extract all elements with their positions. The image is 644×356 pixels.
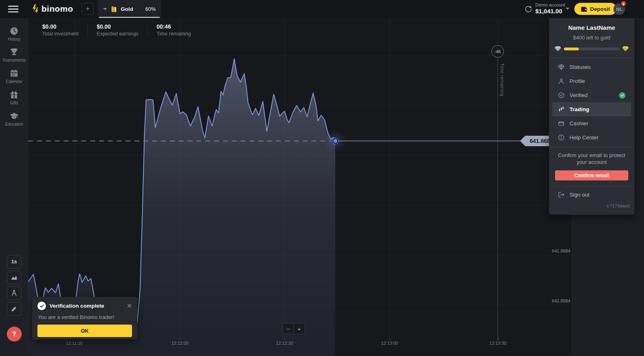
stat-total-investment: $0.00 Total investment <box>42 23 88 37</box>
add-asset-tab-button[interactable]: + <box>82 3 94 15</box>
menu-item-label: Cashier <box>570 120 588 126</box>
sign-out-button[interactable]: Sign out <box>549 186 634 203</box>
menu-item-verified[interactable]: Verified <box>549 88 634 102</box>
x-tick-mark <box>180 337 180 340</box>
indicators-button[interactable] <box>7 286 21 300</box>
sidebar-item-label: Education <box>5 122 23 126</box>
y-gridline <box>28 155 572 155</box>
active-tab-underline <box>99 17 160 18</box>
y-gridline <box>28 255 572 255</box>
area-chart-icon <box>10 273 18 281</box>
stat-value: 00:46 <box>157 23 191 30</box>
x-tick-label: 12:12:30 <box>276 341 293 346</box>
x-gridline <box>285 18 285 340</box>
account-chevron-down-icon[interactable] <box>566 8 570 10</box>
menu-hamburger-icon[interactable] <box>8 6 19 12</box>
verification-toast: Verification complete ✕ You are a verifi… <box>32 297 137 339</box>
confirm-email-button[interactable]: Confirm email <box>555 170 628 180</box>
menu-item-profile[interactable]: Profile <box>549 74 634 88</box>
left-sidebar: History Tournaments Calendar Gifts Educa… <box>0 18 28 356</box>
silver-gem-icon <box>555 46 561 52</box>
cashier-wallet-icon <box>558 120 565 127</box>
menu-item-trading[interactable]: Trading <box>552 102 631 116</box>
sidebar-item-label: Tournaments <box>2 58 26 62</box>
education-cap-icon <box>9 111 19 121</box>
toast-ok-button[interactable]: OK <box>37 325 132 337</box>
chevron-down-icon[interactable] <box>103 8 107 10</box>
menu-item-label: Profile <box>570 78 585 84</box>
deposit-label: Deposit <box>590 6 610 12</box>
sidebar-item-calendar[interactable]: Calendar <box>0 68 28 84</box>
confirm-email-text: Confirm your email to protect your accou… <box>555 152 628 166</box>
current-price-marker <box>332 138 338 144</box>
sign-out-icon <box>558 191 565 198</box>
person-icon <box>558 78 565 85</box>
account-switcher[interactable]: Demo account $1,041.00 <box>535 2 565 14</box>
sidebar-item-label: Gifts <box>10 101 19 105</box>
avatar-initials: NL <box>616 7 622 12</box>
chart-zoom-controls: − + <box>283 323 305 334</box>
check-circle-icon <box>558 92 565 99</box>
timeframe-button[interactable]: 1s <box>7 255 21 269</box>
stat-label: Expected earnings <box>97 31 138 37</box>
refresh-icon[interactable] <box>524 5 532 14</box>
time-remaining-badge-text: :46 <box>495 49 501 54</box>
help-button[interactable]: ? <box>7 327 22 342</box>
y-gridline <box>28 55 572 56</box>
zoom-in-button[interactable]: + <box>294 323 305 334</box>
x-tick-label: 12:11:30 <box>66 341 83 346</box>
menu-item-label: Statuses <box>570 64 591 70</box>
sidebar-item-label: Calendar <box>6 79 23 84</box>
sidebar-item-education[interactable]: Education <box>0 111 28 126</box>
menu-item-statuses[interactable]: Statuses <box>549 60 634 74</box>
chart-type-button[interactable] <box>7 271 21 284</box>
stat-value: $0.00 <box>42 23 78 30</box>
app-window: 12:11:3012:12:0012:12:3012:13:0012:13:30… <box>0 0 644 356</box>
x-tick-label: 12:12:00 <box>171 341 189 346</box>
menu-item-cashier[interactable]: Cashier <box>549 116 634 130</box>
gold-asset-icon <box>110 6 118 13</box>
x-gridline <box>390 18 390 340</box>
notification-count-badge: 1 <box>620 0 627 7</box>
y-gridline <box>28 105 572 106</box>
sign-out-label: Sign out <box>570 192 590 198</box>
sidebar-item-tournaments[interactable]: Tournaments <box>0 47 28 62</box>
calendar-icon <box>9 68 19 78</box>
binomo-bolt-icon <box>31 4 39 14</box>
deposit-button[interactable]: Deposit <box>574 3 617 15</box>
x-tick-label: 12:13:00 <box>381 341 398 346</box>
zoom-out-button[interactable]: − <box>283 323 294 334</box>
gift-icon <box>9 90 19 99</box>
current-price-dashed-line <box>28 141 331 141</box>
drawing-button[interactable] <box>7 302 21 316</box>
user-name: Name LastName <box>549 24 634 31</box>
sidebar-item-history[interactable]: History <box>0 26 28 41</box>
stat-expected-earnings: $0.00 Expected earnings <box>97 23 148 37</box>
time-remaining-axis-label: Time remaining <box>500 63 505 96</box>
close-icon[interactable]: ✕ <box>127 303 132 309</box>
sidebar-item-gifts[interactable]: Gifts <box>0 90 28 105</box>
y-tick-label: 641.8684 <box>530 248 570 253</box>
wallet-icon <box>581 6 587 12</box>
time-remaining-badge: :46 <box>491 45 504 58</box>
pencil-icon <box>10 305 18 313</box>
menu-item-help-center[interactable]: Help Center <box>549 130 634 145</box>
x-gridline <box>498 18 498 340</box>
gem-icon <box>558 64 565 70</box>
y-gridline <box>28 205 572 205</box>
logo-text: binomo <box>41 4 73 14</box>
trophy-icon <box>9 47 19 57</box>
toast-title: Verification complete <box>50 303 123 309</box>
help-label: ? <box>12 331 17 338</box>
current-price-value: 641.868 <box>530 138 550 144</box>
menu-item-label: Trading <box>570 106 589 112</box>
asset-tab-payout: 60% <box>145 6 156 12</box>
sidebar-item-label: History <box>8 37 20 41</box>
binomo-logo[interactable]: binomo <box>31 4 73 14</box>
progress-track <box>564 48 619 50</box>
x-gridline <box>74 18 75 340</box>
x-gridline <box>180 18 180 340</box>
asset-tab-gold[interactable]: Gold 60% <box>98 0 161 18</box>
stat-time-remaining: 00:46 Time remaining <box>157 23 200 37</box>
current-price-solid-line <box>335 141 520 141</box>
